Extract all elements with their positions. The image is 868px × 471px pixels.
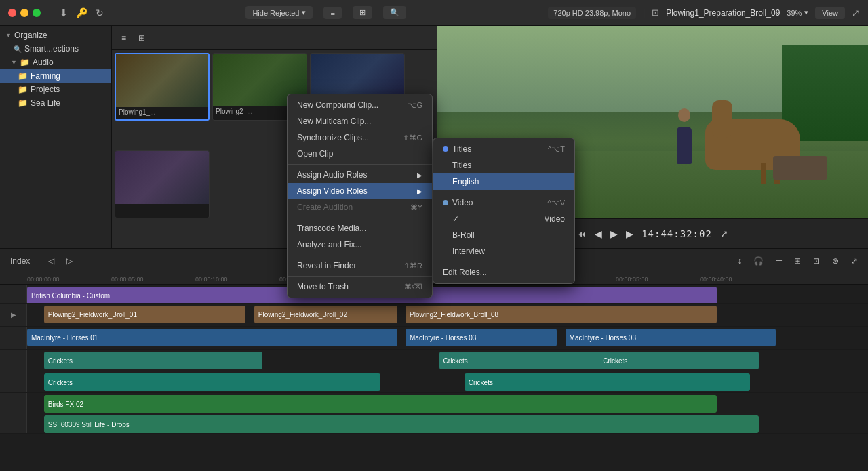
sub-edit-roles[interactable]: Edit Roles...	[433, 264, 574, 281]
clip-plowing-broll-02[interactable]: Plowing2_Fieldwork_Broll_02	[254, 306, 397, 323]
ctx-create-audition-label: Create Audition	[297, 203, 353, 212]
fwd-frame-button[interactable]: ▶	[626, 228, 633, 239]
submenu-video-roles: Titles ^⌥T Titles English Video ^⌥V ✓ Vi…	[433, 138, 575, 284]
timeline-btn-expand[interactable]: ═	[772, 254, 785, 268]
ctx-move-trash[interactable]: Move to Trash ⌘⌫	[288, 279, 432, 295]
timeline-btn-index[interactable]: Index	[7, 254, 33, 268]
minimize-button[interactable]	[20, 9, 28, 17]
smart-icon: 🔍	[14, 45, 22, 53]
clip-thumb-4[interactable]	[115, 150, 210, 218]
ctx-new-compound-shortcut: ⌥G	[408, 101, 422, 110]
clip-crickets-row2-2[interactable]: Crickets	[465, 373, 751, 391]
ctx-assign-video[interactable]: Assign Video Roles ▶	[288, 183, 432, 199]
sub-video-checked[interactable]: ✓ Video	[433, 211, 574, 227]
track-header-brown: ▶	[0, 304, 27, 326]
sub-video-group[interactable]: Video ^⌥V	[433, 194, 574, 211]
sidebar-item-smart-collections[interactable]: 🔍 Smart...ections	[0, 42, 111, 56]
ctx-assign-audio-label: Assign Audio Roles	[297, 170, 367, 180]
sub-interview-label: Interview	[452, 247, 485, 256]
hide-rejected-button[interactable]: Hide Rejected ▾	[245, 6, 313, 19]
titlebar-center: Hide Rejected ▾ ≡ ⊞ 🔍	[109, 6, 542, 19]
clip-crickets-row2-1[interactable]: Crickets	[44, 373, 380, 391]
sidebar-item-sealife[interactable]: 📁 Sea Life	[0, 96, 111, 110]
ctx-transcode[interactable]: Transcode Media...	[288, 220, 432, 237]
clip-thumb-img-4	[115, 151, 209, 204]
track-row-brown: ▶ Plowing2_Fieldwork_Broll_01 Plowing2_F…	[0, 304, 868, 327]
clip-thumb-1[interactable]: Plowing1_...	[115, 53, 210, 121]
ctx-new-compound[interactable]: New Compound Clip... ⌥G	[288, 97, 432, 113]
timeline-btn-fullscreen[interactable]: ⤢	[848, 254, 861, 268]
titlebar: ⬇ 🔑 ↻ Hide Rejected ▾ ≡ ⊞ 🔍 720p HD 23.9…	[0, 0, 868, 26]
timeline-btn-zoom[interactable]: ⊡	[810, 254, 823, 268]
sub-titles-indent[interactable]: Titles	[433, 157, 574, 173]
ctx-open-clip[interactable]: Open Clip	[288, 146, 432, 162]
track-content-purple: British Columbia - Custom	[27, 285, 868, 303]
clip-horses-03a[interactable]: MacIntyre - Horses 03	[406, 329, 557, 346]
close-button[interactable]	[8, 9, 16, 17]
sidebar-item-projects[interactable]: 📁 Projects	[0, 83, 111, 96]
view-button[interactable]: View	[815, 7, 845, 19]
sidebar-item-farming[interactable]: 📁 Farming	[0, 69, 111, 83]
track-header-green	[0, 393, 27, 413]
sub-english[interactable]: English	[433, 173, 574, 190]
list-view-button[interactable]: ≡	[323, 7, 341, 19]
clip-crickets-1[interactable]: Crickets	[44, 352, 262, 369]
clip-name-label: Plowing1_Preparation_Broll_09	[666, 8, 780, 18]
timeline-btn-waveform[interactable]: ↕	[734, 254, 745, 268]
timeline-toolbar-sep	[39, 254, 39, 268]
sidebar-item-organize[interactable]: ▼ Organize	[0, 28, 111, 42]
browser-toolbar-btn2[interactable]: ⊞	[134, 31, 149, 45]
ctx-analyze[interactable]: Analyze and Fix...	[288, 237, 432, 253]
zoom-control[interactable]: 39% ▾	[787, 8, 808, 17]
key-icon[interactable]: 🔑	[76, 7, 87, 18]
clip-crickets-2[interactable]: Crickets	[439, 352, 608, 369]
fullscreen-icon[interactable]: ⤢	[852, 7, 860, 18]
play-button[interactable]: ▶	[610, 228, 618, 239]
timeline-tracks: British Columbia - Custom ▶ Plowing2_Fie…	[0, 285, 868, 471]
ctx-reveal-finder[interactable]: Reveal in Finder ⇧⌘R	[288, 258, 432, 274]
sidebar-item-audio[interactable]: ▼ 📁 Audio	[0, 56, 111, 69]
zoom-value: 39%	[787, 9, 802, 17]
timeline-btn-fwd[interactable]: ▷	[63, 254, 76, 268]
clip-horses-01[interactable]: MacIntyre - Horses 01	[27, 329, 397, 346]
timeline-btn-grid[interactable]: ⊞	[791, 254, 804, 268]
clip-crickets-3-label: Crickets	[603, 357, 627, 365]
browser-toolbar-btn1[interactable]: ≡	[117, 31, 130, 45]
clip-plowing-08-label: Plowing2_Fieldwork_Broll_08	[410, 311, 498, 319]
clip-still-life[interactable]: SS_60309 Still Life - Drops	[44, 415, 759, 433]
timeline-btn-settings[interactable]: ⊛	[829, 254, 842, 268]
ctx-new-multicam[interactable]: New Multicam Clip...	[288, 113, 432, 129]
rewind-button[interactable]: ⏮	[577, 228, 587, 239]
ruler-track-header-space	[0, 272, 27, 284]
sub-titles-group[interactable]: Titles ^⌥T	[433, 141, 574, 157]
clip-horses-03b[interactable]: MacIntyre - Horses 03	[566, 329, 776, 346]
sync-icon[interactable]: ↻	[96, 7, 104, 18]
back-frame-button[interactable]: ◀	[595, 228, 602, 239]
organize-label: Organize	[14, 30, 47, 40]
hide-rejected-label: Hide Rejected	[252, 9, 299, 17]
clip-thumb-img-1	[116, 54, 208, 107]
ctx-sync-clips[interactable]: Synchronize Clips... ⇧⌘G	[288, 129, 432, 146]
timeline-btn-back[interactable]: ◁	[45, 254, 58, 268]
ctx-transcode-label: Transcode Media...	[297, 224, 366, 233]
track-row-green: Birds FX 02	[0, 393, 868, 413]
fullscreen-preview-button[interactable]: ⤢	[720, 228, 728, 239]
clip-birds-fx[interactable]: Birds FX 02	[44, 395, 717, 413]
grid-view-button[interactable]: ⊞	[353, 6, 372, 19]
timeline-btn-solo[interactable]: 🎧	[750, 254, 767, 268]
download-icon[interactable]: ⬇	[60, 7, 68, 18]
sub-broll[interactable]: B-Roll	[433, 227, 574, 243]
maximize-button[interactable]	[33, 9, 41, 17]
ctx-open-clip-label: Open Clip	[297, 149, 333, 159]
clip-plowing-broll-01[interactable]: Plowing2_Fieldwork_Broll_01	[44, 306, 246, 323]
search-button[interactable]: 🔍	[383, 6, 406, 19]
sub-interview[interactable]: Interview	[433, 243, 574, 260]
clip-crickets-3[interactable]: Crickets	[599, 352, 759, 369]
clip-thumb-label-4	[115, 204, 209, 207]
clip-british-columbia-label: British Columbia - Custom	[31, 292, 110, 300]
clip-crickets-r2-2-label: Crickets	[469, 379, 493, 386]
chevron-down-icon: ▾	[302, 8, 306, 17]
ctx-assign-audio[interactable]: Assign Audio Roles ▶	[288, 167, 432, 183]
track-header-blue	[0, 327, 27, 349]
clip-plowing-broll-08[interactable]: Plowing2_Fieldwork_Broll_08	[406, 306, 717, 323]
